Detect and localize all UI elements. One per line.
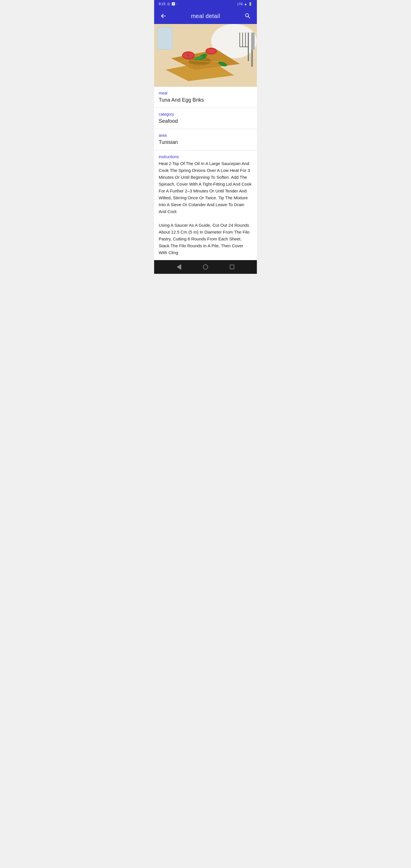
area-section: area Tunisian [154, 129, 257, 150]
status-dot: · [177, 2, 178, 6]
area-value: Tunisian [159, 139, 252, 146]
area-label: area [159, 133, 252, 137]
meal-label: meal [159, 91, 252, 95]
page-title: meal detail [191, 13, 220, 20]
category-value: Seafood [159, 118, 252, 125]
meal-section: meal Tuna And Egg Briks [154, 87, 257, 108]
battery-icon: 🔋 [248, 2, 252, 6]
category-section: category Seafood [154, 108, 257, 129]
search-button[interactable] [243, 11, 252, 21]
status-bar-right: LTE ▲ 🔋 [238, 2, 252, 6]
status-time: 9:15 [159, 2, 165, 6]
status-bar: 9:15 Ⓐ 🅰 · LTE ▲ 🔋 [154, 0, 257, 8]
instructions-label: instructions [159, 154, 252, 159]
nav-recent-button[interactable] [226, 261, 238, 273]
status-bar-left: 9:15 Ⓐ 🅰 · [159, 2, 178, 6]
instructions-body: Heat 2 Tsp Of The Oil In A Large Saucepa… [159, 160, 252, 256]
meal-image [154, 24, 257, 87]
instructions-section: instructions Heat 2 Tsp Of The Oil In A … [154, 151, 257, 260]
back-button[interactable] [159, 11, 168, 21]
toolbar: meal detail [154, 8, 257, 24]
status-icon-b: 🅰 [172, 2, 175, 6]
svg-rect-2 [158, 27, 172, 49]
status-icon-a: Ⓐ [167, 2, 170, 6]
svg-point-21 [207, 49, 216, 53]
nav-home-button[interactable] [200, 261, 211, 273]
status-lte: LTE [238, 2, 243, 6]
signal-icon: ▲ [244, 2, 247, 6]
content-area: meal Tuna And Egg Briks category Seafood… [154, 24, 257, 260]
nav-back-button[interactable] [173, 261, 185, 273]
svg-rect-10 [251, 33, 255, 50]
category-label: category [159, 112, 252, 117]
bottom-navigation [154, 260, 257, 274]
meal-name: Tuna And Egg Briks [159, 96, 252, 104]
